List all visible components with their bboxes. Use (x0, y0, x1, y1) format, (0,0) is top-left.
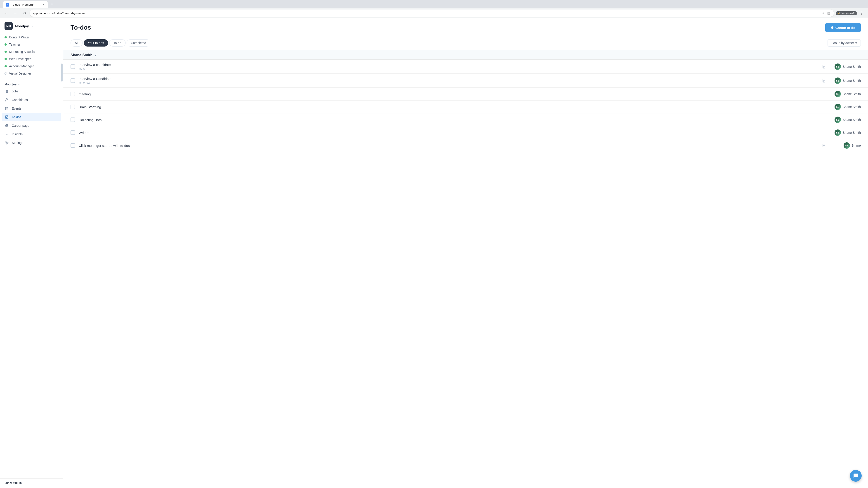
sidebar-item-jobs[interactable]: ⊞ Jobs (2, 87, 61, 96)
todo-item[interactable]: Brain Storming SS Shane Smith (63, 101, 868, 113)
job-item-visual-designer[interactable]: Visual Designer (2, 70, 61, 77)
sidebar-section-label[interactable]: Moodjoy ▾ (0, 81, 63, 87)
sidebar-scrollbar[interactable] (61, 64, 63, 82)
todo-item[interactable]: Interview a Candidate tomorrow SS (63, 74, 868, 88)
todo-item[interactable]: Writers SS Shane Smith (63, 126, 868, 139)
sidebar-footer: HOMERUN (0, 478, 63, 488)
job-label: Marketing Associate (9, 50, 37, 54)
job-label: Web Developer (9, 57, 31, 61)
incognito-badge: 🕵 Incognito (2) (836, 11, 857, 15)
job-item-teacher[interactable]: Teacher (2, 41, 61, 48)
todo-checkbox[interactable] (70, 64, 75, 69)
todo-title: Interview a Candidate (79, 77, 822, 80)
todo-owner: SS Shane Smith (829, 129, 861, 136)
sidebar-item-label: Events (12, 107, 22, 110)
todo-item[interactable]: Collecting Data SS Shane Smith (63, 113, 868, 126)
todo-info: Click me to get started with to-dos (79, 144, 822, 148)
todo-title: Collecting Data (79, 118, 829, 122)
sidebar-item-settings[interactable]: Settings (2, 138, 61, 147)
todo-info: Interview a candidate today (79, 63, 822, 70)
todo-right: SS Shane Smith (822, 77, 861, 84)
job-label: Content Writer (9, 35, 29, 39)
chat-bubble-button[interactable] (850, 470, 862, 482)
todo-right: SS Shane (822, 142, 861, 149)
filter-tab-completed[interactable]: Completed (127, 39, 151, 46)
sidebar: MM Moodjoy ▾ Content Writer Teacher Mark… (0, 18, 63, 488)
tab-close-button[interactable]: ✕ (41, 3, 45, 6)
sidebar-item-label: Jobs (12, 90, 19, 93)
job-status-dot (4, 36, 7, 38)
sidebar-divider (0, 79, 63, 79)
todo-checkbox[interactable] (70, 92, 75, 96)
todo-checkbox[interactable] (70, 143, 75, 148)
company-header[interactable]: MM Moodjoy ▾ (0, 18, 63, 34)
company-name: Moodjoy (15, 24, 29, 28)
todo-info: Brain Storming (79, 105, 829, 109)
todo-info: Interview a Candidate tomorrow (79, 77, 822, 84)
sidebar-item-candidates[interactable]: Candidates (2, 96, 61, 104)
todo-item[interactable]: Interview a candidate today SS (63, 60, 868, 74)
filter-tab-todo[interactable]: To-do (109, 39, 126, 46)
page-title: To-dos (70, 24, 91, 31)
todo-info: meeting (79, 92, 829, 96)
todo-checkbox[interactable] (70, 130, 75, 135)
owner-avatar: SS (844, 142, 850, 149)
company-avatar: MM (4, 22, 13, 30)
group-by-dropdown[interactable]: Group by owner ▾ (828, 39, 861, 46)
chrome-right-controls: 🕵 Incognito (2) ⋮ (836, 9, 865, 17)
sidebar-item-insights[interactable]: Insights (2, 130, 61, 138)
todo-checkbox[interactable] (70, 105, 75, 109)
new-tab-button[interactable]: + (49, 1, 55, 7)
todo-item[interactable]: Click me to get started with to-dos SS (63, 139, 868, 152)
create-btn-icon: ⊕ (831, 26, 834, 30)
bookmark-icon[interactable]: ☆ (821, 11, 826, 15)
forward-button[interactable]: → (12, 9, 19, 17)
job-listings: Content Writer Teacher Marketing Associa… (0, 34, 63, 77)
sidebar-item-label: Settings (12, 141, 23, 144)
job-item-web-developer[interactable]: Web Developer (2, 55, 61, 63)
job-item-account-manager[interactable]: Account Manager (2, 63, 61, 70)
todo-right: SS Shane Smith (829, 117, 861, 123)
todo-item[interactable]: meeting SS Shane Smith (63, 88, 868, 101)
todo-title: Writers (79, 131, 829, 135)
main-content: To-dos ⊕ Create to-do All Your to-dos To… (63, 18, 868, 488)
create-btn-label: Create to-do (835, 26, 855, 30)
todo-owner: SS Shane Smith (829, 104, 861, 110)
sidebar-navigation: ⊞ Jobs Candidates (0, 87, 63, 147)
owner-avatar: SS (835, 64, 841, 70)
sidebar-item-career-page[interactable]: Career page (2, 121, 61, 130)
todo-checkbox[interactable] (70, 118, 75, 122)
filter-tab-all[interactable]: All (70, 39, 83, 46)
app-container: MM Moodjoy ▾ Content Writer Teacher Mark… (0, 18, 868, 488)
job-label: Account Manager (9, 64, 34, 68)
owner-avatar: SS (835, 117, 841, 123)
owner-name: Shane Smith (843, 79, 861, 83)
todo-title: Interview a candidate (79, 63, 822, 67)
todo-info: Writers (79, 131, 829, 135)
active-tab[interactable]: H To-dos · Homerun ✕ (3, 1, 48, 8)
sidebar-item-events[interactable]: Events (2, 104, 61, 113)
owner-avatar: SS (835, 129, 841, 136)
chrome-menu-button[interactable]: ⋮ (858, 9, 865, 17)
sidebar-icon[interactable]: ▤ (827, 11, 831, 15)
filter-tab-your-todos[interactable]: Your to-dos (84, 39, 108, 46)
todo-owner: SS Shane Smith (829, 117, 861, 123)
todo-right: SS Shane Smith (822, 64, 861, 70)
omnibox[interactable]: app.homerun.co/todos?group-by=owner ☆ ▤ (30, 9, 834, 17)
todo-subtitle: tomorrow (79, 81, 822, 84)
todo-owner: SS Shane Smith (829, 64, 861, 70)
reload-button[interactable]: ↻ (21, 9, 28, 17)
tab-title: To-dos · Homerun (11, 3, 39, 6)
sidebar-item-todos[interactable]: To-dos (2, 113, 61, 121)
back-button[interactable]: ← (3, 9, 10, 17)
svg-point-4 (6, 142, 7, 143)
owner-name: Shane Smith (843, 118, 861, 122)
jobs-icon: ⊞ (4, 89, 9, 94)
job-item-content-writer[interactable]: Content Writer (2, 34, 61, 41)
todo-checkbox[interactable] (70, 78, 75, 83)
create-todo-button[interactable]: ⊕ Create to-do (825, 23, 861, 32)
job-item-marketing-associate[interactable]: Marketing Associate (2, 48, 61, 55)
owner-name: Shane Smith (843, 65, 861, 68)
todo-doc-icon (822, 143, 827, 148)
svg-point-0 (6, 98, 7, 100)
